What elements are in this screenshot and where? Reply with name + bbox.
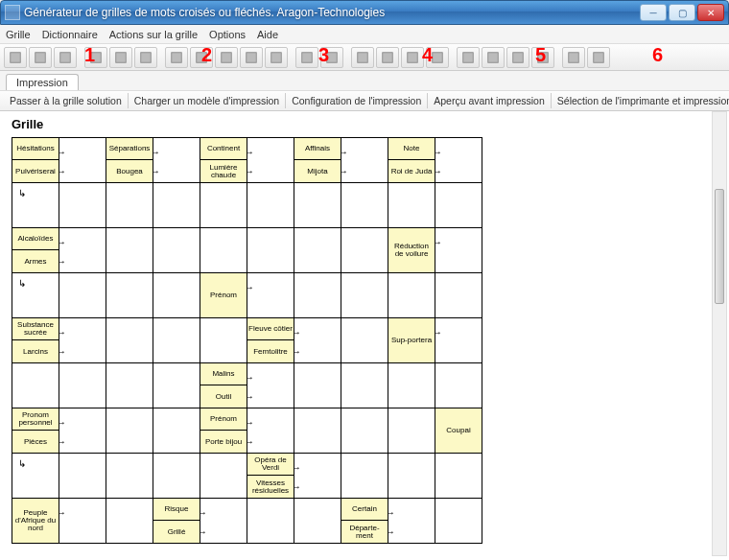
- cell-6-3[interactable]: [153, 408, 200, 454]
- cell-3-0[interactable]: ↳: [12, 273, 59, 318]
- print-icon[interactable]: [134, 47, 157, 68]
- cell-7-6[interactable]: [294, 454, 341, 499]
- cell-7-0[interactable]: ↳: [12, 454, 59, 499]
- cell-1-0[interactable]: ↳: [12, 183, 59, 228]
- import-icon[interactable]: [265, 47, 288, 68]
- cell-2-0[interactable]: AlcaloïdesArmes→→: [12, 228, 59, 273]
- cell-7-1[interactable]: [59, 454, 106, 499]
- cell-3-1[interactable]: [59, 273, 106, 318]
- cell-1-9[interactable]: [435, 183, 482, 228]
- cell-0-5[interactable]: [247, 138, 294, 183]
- cell-4-2[interactable]: [106, 318, 153, 363]
- cell-5-6[interactable]: [294, 363, 341, 408]
- grid2-icon[interactable]: [29, 47, 52, 68]
- vertical-scrollbar[interactable]: [712, 111, 727, 556]
- close-button[interactable]: ✕: [697, 4, 724, 21]
- cell-1-2[interactable]: [106, 183, 153, 228]
- cell-2-2[interactable]: [106, 228, 153, 273]
- cell-3-6[interactable]: [294, 273, 341, 318]
- cell-6-4[interactable]: PrénomPorte bijou→→: [200, 408, 247, 454]
- play2-icon[interactable]: [320, 47, 343, 68]
- cell-2-9[interactable]: [435, 228, 482, 273]
- cell-5-4[interactable]: MalinsOutil→→: [200, 363, 247, 408]
- cell-3-2[interactable]: [106, 273, 153, 318]
- copy-icon[interactable]: [165, 47, 188, 68]
- cell-8-5[interactable]: [247, 499, 294, 544]
- menu-aide[interactable]: Aide: [257, 29, 278, 40]
- cell-4-1[interactable]: [59, 318, 106, 363]
- cell-1-5[interactable]: [247, 183, 294, 228]
- cell-4-4[interactable]: [200, 318, 247, 363]
- cell-6-5[interactable]: [247, 408, 294, 454]
- subtoolbar-item-1[interactable]: Charger un modèle d'impression: [129, 93, 286, 108]
- cell-3-3[interactable]: [153, 273, 200, 318]
- cell-0-8[interactable]: NoteRoi de Juda→→: [388, 138, 435, 183]
- cell-0-1[interactable]: [59, 138, 106, 183]
- cell-7-8[interactable]: [388, 454, 435, 499]
- cell-1-4[interactable]: [200, 183, 247, 228]
- cell-2-7[interactable]: [341, 228, 388, 273]
- cell-6-1[interactable]: [59, 408, 106, 454]
- cell-4-8[interactable]: Sup-portera→: [388, 318, 435, 363]
- menu-grille[interactable]: Grille: [6, 29, 31, 40]
- globe-icon[interactable]: [587, 47, 610, 68]
- cell-8-4[interactable]: [200, 499, 247, 544]
- scrollbar-thumb[interactable]: [715, 189, 724, 304]
- maximize-button[interactable]: ▢: [669, 4, 695, 21]
- cell-2-6[interactable]: [294, 228, 341, 273]
- layers-icon[interactable]: [215, 47, 238, 68]
- cell-1-1[interactable]: [59, 183, 106, 228]
- cell-7-3[interactable]: [153, 454, 200, 499]
- tab-impression[interactable]: Impression: [6, 74, 79, 90]
- cell-5-2[interactable]: [106, 363, 153, 408]
- gear-icon[interactable]: [562, 47, 585, 68]
- grid-icon[interactable]: [4, 47, 27, 68]
- dict-icon[interactable]: [506, 47, 529, 68]
- cell-7-4[interactable]: [200, 454, 247, 499]
- cell-5-1[interactable]: [59, 363, 106, 408]
- cell-0-6[interactable]: AffinaisMijota→→: [294, 138, 341, 183]
- cell-6-0[interactable]: Pronom personnelPièces→→: [12, 408, 59, 454]
- cell-7-2[interactable]: [106, 454, 153, 499]
- cell-2-1[interactable]: [59, 228, 106, 273]
- grid4-icon[interactable]: [351, 47, 374, 68]
- play-icon[interactable]: [295, 47, 318, 68]
- cell-0-3[interactable]: [153, 138, 200, 183]
- cell-3-5[interactable]: [247, 273, 294, 318]
- cell-4-7[interactable]: [341, 318, 388, 363]
- subtoolbar-item-4[interactable]: Sélection de l'imprimante et impression: [552, 93, 729, 108]
- grid3-icon[interactable]: [54, 47, 77, 68]
- cell-3-7[interactable]: [341, 273, 388, 318]
- cell-4-6[interactable]: [294, 318, 341, 363]
- export-icon[interactable]: [240, 47, 263, 68]
- cell-7-9[interactable]: [435, 454, 482, 499]
- book-icon[interactable]: [457, 47, 480, 68]
- subtoolbar-item-0[interactable]: Passer à la grille solution: [4, 93, 129, 108]
- cell-5-5[interactable]: [247, 363, 294, 408]
- cell-7-7[interactable]: [341, 454, 388, 499]
- cell-8-9[interactable]: [435, 499, 482, 544]
- books-icon[interactable]: [482, 47, 505, 68]
- menu-dictionnaire[interactable]: Dictionnaire: [42, 29, 98, 40]
- cell-2-5[interactable]: [247, 228, 294, 273]
- cell-0-7[interactable]: [341, 138, 388, 183]
- cell-8-8[interactable]: [388, 499, 435, 544]
- cell-5-3[interactable]: [153, 363, 200, 408]
- cell-6-2[interactable]: [106, 408, 153, 454]
- cell-2-8[interactable]: Réduction de voilure→: [388, 228, 435, 273]
- cell-5-0[interactable]: [12, 363, 59, 408]
- cell-8-3[interactable]: RisqueGrillé→→: [153, 499, 200, 544]
- subtoolbar-item-2[interactable]: Configuration de l'impression: [286, 93, 428, 108]
- cell-1-7[interactable]: [341, 183, 388, 228]
- cell-3-8[interactable]: [388, 273, 435, 318]
- cell-8-0[interactable]: Peuple d'Afrique du nord→: [12, 499, 59, 544]
- find-icon[interactable]: [426, 47, 449, 68]
- cell-0-0[interactable]: HésitationsPulvériserai→→: [12, 138, 59, 183]
- cell-7-5[interactable]: Opéra de VerdiVitesses résiduelles→→: [247, 454, 294, 499]
- cell-0-2[interactable]: SéparationsBougea→→: [106, 138, 153, 183]
- undo-icon[interactable]: [401, 47, 424, 68]
- cell-4-5[interactable]: Fleuve côtierFemtolitre→→: [247, 318, 294, 363]
- cell-2-4[interactable]: [200, 228, 247, 273]
- cell-6-7[interactable]: [341, 408, 388, 454]
- menu-options[interactable]: Options: [209, 29, 246, 40]
